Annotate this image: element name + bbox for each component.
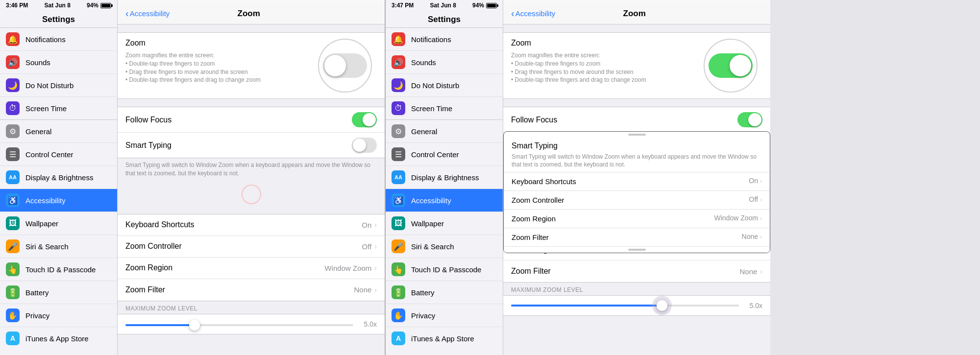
- sidebar-item-privacy-1[interactable]: ✋ Privacy: [0, 304, 117, 327]
- sidebar-section-top-1: 🔔 Notifications 🔊 Sounds 🌙 Do Not Distur…: [0, 28, 117, 120]
- smart-typing-toggle-1[interactable]: [352, 138, 377, 153]
- sidebar-item-touchid-1[interactable]: 👆 Touch ID & Passcode: [0, 258, 117, 281]
- sidebar-item-notifications-1[interactable]: 🔔 Notifications: [0, 28, 117, 51]
- dnd-icon-2: 🌙: [392, 78, 405, 92]
- device-2: 3:47 PM Sat Jun 8 94% Settings 🔔 Notific…: [386, 0, 770, 355]
- zoom-filter-row-2[interactable]: Zoom Filter None ›: [503, 260, 770, 282]
- privacy-label-2: Privacy: [411, 311, 497, 320]
- general-icon-2: ⚙: [392, 124, 405, 138]
- overlay-region-value: Window Zoom: [714, 213, 758, 223]
- slider-thumb-2[interactable]: [657, 300, 667, 311]
- overlay-handle: [628, 134, 646, 136]
- slider-thumb-1[interactable]: [189, 320, 200, 331]
- sidebar-item-touchid-2[interactable]: 👆 Touch ID & Passcode: [386, 258, 503, 281]
- sidebar-item-general-2[interactable]: ⚙ General: [386, 120, 503, 143]
- sidebar-item-general-1[interactable]: ⚙ General: [0, 120, 117, 143]
- sidebar-item-display-2[interactable]: AA Display & Brightness: [386, 166, 503, 189]
- big-toggle-area-2: [699, 39, 762, 93]
- follow-focus-group-1: Follow Focus Smart Typing: [118, 107, 385, 158]
- big-toggle-circle-2[interactable]: [704, 39, 758, 93]
- sidebar-item-screentime-2[interactable]: ⏱ Screen Time: [386, 97, 503, 119]
- keyboard-shortcuts-row-1[interactable]: Keyboard Shortcuts On ›: [118, 214, 385, 236]
- privacy-label-1: Privacy: [25, 311, 111, 320]
- overlay-filter-row[interactable]: Zoom Filter None ›: [504, 228, 770, 246]
- follow-focus-toggle-2[interactable]: [737, 112, 762, 127]
- sidebar-item-sounds-2[interactable]: 🔊 Sounds: [386, 51, 503, 74]
- sidebar-item-wallpaper-1[interactable]: 🖼 Wallpaper: [0, 212, 117, 235]
- zoom-filter-chevron-1: ›: [374, 286, 377, 294]
- time-1: 3:46 PM: [6, 2, 28, 9]
- keyboard-shortcuts-value-1: On: [362, 221, 371, 229]
- sidebar-item-accessibility-2[interactable]: ♿ Accessibility: [386, 189, 503, 212]
- screentime-icon-1: ⏱: [6, 101, 20, 115]
- zoom-controller-value-1: Off: [362, 242, 372, 251]
- overlay-smart-typing-label: Smart Typing: [504, 138, 770, 151]
- sidebar-item-itunes-2[interactable]: A iTunes & App Store: [386, 327, 503, 350]
- big-toggle-circle-1[interactable]: [318, 39, 372, 93]
- sidebar-item-dnd-1[interactable]: 🌙 Do Not Disturb: [0, 74, 117, 97]
- sidebar-item-battery-1[interactable]: 🔋 Battery: [0, 281, 117, 304]
- zoom-filter-row-1[interactable]: Zoom Filter None ›: [118, 279, 385, 301]
- wallpaper-label-2: Wallpaper: [411, 219, 497, 228]
- big-toggle-2[interactable]: [709, 53, 753, 78]
- general-icon-1: ⚙: [6, 124, 20, 138]
- sidebar-item-controlcenter-2[interactable]: ☰ Control Center: [386, 143, 503, 166]
- sidebar-item-siri-1[interactable]: 🎤 Siri & Search: [0, 235, 117, 258]
- zoom-region-row-1[interactable]: Zoom Region Window Zoom ›: [118, 258, 385, 279]
- overlay-filter-value: None: [742, 232, 758, 242]
- itunes-label-1: iTunes & App Store: [25, 334, 111, 343]
- sounds-label-2: Sounds: [411, 58, 497, 67]
- sidebar-item-screentime-1[interactable]: ⏱ Screen Time: [0, 97, 117, 119]
- overlay-handle-bar: [504, 132, 770, 138]
- overlay-bottom-handle-bar: [628, 249, 646, 251]
- sidebar-item-notifications-2[interactable]: 🔔 Notifications: [386, 28, 503, 51]
- zoom-desc-1: Zoom magnifies the entire screen: • Doub…: [125, 51, 313, 84]
- zoom-title-1: Zoom: [125, 39, 313, 47]
- back-chevron-1: ‹: [125, 8, 129, 19]
- battery-label-1: Battery: [25, 288, 111, 297]
- dnd-label-2: Do Not Disturb: [411, 81, 497, 90]
- sidebar-title-2: Settings: [386, 15, 503, 24]
- wallpaper-icon-2: 🖼: [392, 216, 405, 230]
- sidebar-item-siri-2[interactable]: 🎤 Siri & Search: [386, 235, 503, 258]
- accessibility-icon-2: ♿: [392, 193, 405, 207]
- slider-row-1: 5.0x: [125, 320, 377, 328]
- overlay-desc: Smart Typing will switch to Window Zoom …: [504, 151, 770, 171]
- sidebar-item-display-1[interactable]: AA Display & Brightness: [0, 166, 117, 189]
- overlay-controller-row[interactable]: Zoom Controller Off ›: [504, 191, 770, 210]
- dnd-label-1: Do Not Disturb: [25, 81, 111, 90]
- follow-focus-toggle-1[interactable]: [352, 112, 377, 127]
- sidebar-item-controlcenter-1[interactable]: ☰ Control Center: [0, 143, 117, 166]
- slider-value-1: 5.0x: [359, 320, 377, 328]
- zoom-region-label-1: Zoom Region: [125, 263, 324, 272]
- sidebar-item-itunes-1[interactable]: A iTunes & App Store: [0, 327, 117, 350]
- zoom-controller-label-1: Zoom Controller: [125, 242, 362, 251]
- sidebar-item-sounds-1[interactable]: 🔊 Sounds: [0, 51, 117, 74]
- siri-label-2: Siri & Search: [411, 242, 497, 251]
- sidebar-item-dnd-2[interactable]: 🌙 Do Not Disturb: [386, 74, 503, 97]
- battery-label-2: Battery: [411, 288, 497, 297]
- nav-back-2[interactable]: ‹ Accessibility: [511, 8, 555, 19]
- nav-back-1[interactable]: ‹ Accessibility: [125, 8, 170, 19]
- dnd-icon-1: 🌙: [6, 78, 20, 92]
- notifications-icon-2: 🔔: [392, 32, 405, 46]
- sidebar-item-wallpaper-2[interactable]: 🖼 Wallpaper: [386, 212, 503, 235]
- slider-track-2[interactable]: [511, 305, 739, 307]
- sounds-label-1: Sounds: [25, 58, 111, 67]
- zoom-title-2: Zoom: [511, 39, 699, 47]
- big-toggle-knob-2: [730, 55, 751, 76]
- sidebar-item-accessibility-1[interactable]: ♿ Accessibility: [0, 189, 117, 212]
- sidebar-list-1: 🔔 Notifications 🔊 Sounds 🌙 Do Not Distur…: [0, 28, 117, 355]
- zoom-controller-row-1[interactable]: Zoom Controller Off ›: [118, 236, 385, 258]
- overlay-keyboard-row[interactable]: Keyboard Shortcuts On ›: [504, 172, 770, 191]
- nav-title-1: Zoom: [170, 9, 328, 19]
- sidebar-item-privacy-2[interactable]: ✋ Privacy: [386, 304, 503, 327]
- follow-focus-label-2: Follow Focus: [511, 116, 737, 124]
- overlay-region-label: Zoom Region: [512, 213, 714, 224]
- overlay-region-row[interactable]: Zoom Region Window Zoom ›: [504, 210, 770, 228]
- sidebar-item-battery-2[interactable]: 🔋 Battery: [386, 281, 503, 304]
- overlay-controller-value: Off: [749, 195, 758, 205]
- slider-track-1[interactable]: [125, 324, 353, 326]
- follow-focus-knob-1: [363, 113, 376, 126]
- big-toggle-1[interactable]: [323, 53, 367, 78]
